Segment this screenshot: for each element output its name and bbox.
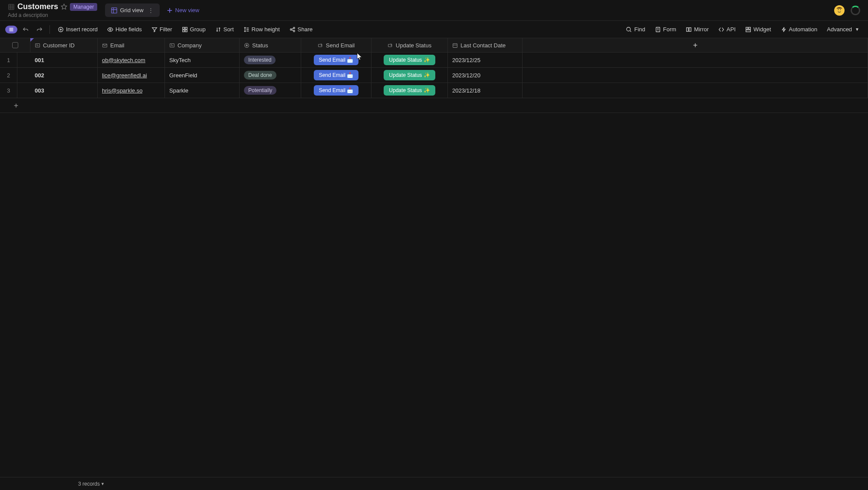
- update-status-button[interactable]: Update Status ✨: [384, 70, 435, 80]
- cell-last-contact[interactable]: 2023/12/18: [448, 83, 523, 98]
- svg-rect-1: [112, 7, 117, 13]
- svg-point-3: [838, 9, 839, 10]
- send-email-button[interactable]: Send Email 📩: [314, 70, 359, 80]
- plus-icon: [167, 7, 173, 13]
- star-icon[interactable]: [61, 3, 67, 10]
- cell-last-contact[interactable]: 2023/12/25: [448, 53, 523, 67]
- row-height-button[interactable]: Row height: [240, 24, 283, 35]
- text-field-icon: [35, 43, 40, 48]
- record-count[interactable]: 3 records: [78, 481, 100, 487]
- column-header-email[interactable]: Email: [98, 38, 165, 52]
- sort-button[interactable]: Sort: [212, 24, 237, 35]
- share-button[interactable]: Share: [286, 24, 316, 35]
- svg-marker-0: [61, 4, 67, 9]
- cell-empty: [523, 68, 868, 83]
- svg-rect-19: [749, 27, 750, 29]
- svg-rect-26: [318, 44, 322, 47]
- toolbar: Insert record Hide fields Filter Group S…: [0, 21, 868, 38]
- sync-icon: [851, 6, 860, 15]
- sidebar-toggle[interactable]: [5, 26, 17, 33]
- filter-button[interactable]: Filter: [148, 24, 176, 35]
- svg-rect-27: [388, 44, 391, 47]
- svg-rect-10: [185, 30, 187, 31]
- cell-customer-id[interactable]: 002: [30, 68, 98, 83]
- view-tab-label: Grid view: [120, 7, 143, 13]
- svg-rect-7: [182, 27, 184, 29]
- svg-point-14: [627, 27, 631, 31]
- cell-send-email: Send Email 📩: [301, 83, 372, 98]
- mirror-button[interactable]: Mirror: [682, 24, 712, 35]
- app-header: Customers Manager Add a description Grid…: [0, 0, 868, 21]
- svg-point-13: [293, 30, 295, 32]
- svg-point-12: [293, 27, 295, 29]
- cell-company[interactable]: Sparkle: [165, 83, 240, 98]
- avatar[interactable]: [834, 5, 845, 16]
- cell-update-status: Update Status ✨: [372, 83, 448, 98]
- email-field-icon: [102, 43, 108, 48]
- insert-record-button[interactable]: Insert record: [54, 24, 101, 35]
- cell-customer-id[interactable]: 003: [30, 83, 98, 98]
- cell-empty: [523, 53, 868, 67]
- table-row[interactable]: 2002lice@greenfiedl.aiGreenFieldDeal don…: [0, 68, 868, 83]
- svg-rect-15: [656, 27, 660, 32]
- svg-point-4: [840, 9, 841, 10]
- cell-email[interactable]: lice@greenfiedl.ai: [98, 68, 165, 83]
- cell-email[interactable]: hris@sparkle.so: [98, 83, 165, 98]
- description-input[interactable]: Add a description: [8, 12, 97, 18]
- column-header-company[interactable]: Company: [165, 38, 240, 52]
- column-header-last-contact[interactable]: Last Contact Date: [448, 38, 523, 52]
- cell-status[interactable]: Interested: [240, 53, 301, 67]
- advanced-button[interactable]: Advanced▼: [823, 24, 863, 35]
- new-view-label: New view: [175, 7, 200, 13]
- svg-rect-23: [170, 43, 174, 47]
- send-email-button[interactable]: Send Email 📩: [314, 55, 359, 65]
- column-header-status[interactable]: Status: [240, 38, 301, 52]
- update-status-button[interactable]: Update Status ✨: [384, 85, 435, 96]
- redo-button[interactable]: [34, 24, 45, 35]
- grid-view-icon: [111, 7, 117, 13]
- cell-send-email: Send Email 📩: [301, 68, 372, 83]
- cell-status[interactable]: Potentially: [240, 83, 301, 98]
- kebab-icon[interactable]: ⋮: [148, 7, 154, 13]
- svg-rect-18: [746, 27, 748, 29]
- cell-customer-id[interactable]: 001: [30, 53, 98, 67]
- widget-button[interactable]: Widget: [742, 24, 774, 35]
- cell-status[interactable]: Deal done: [240, 68, 301, 83]
- view-tab-grid[interactable]: Grid view ⋮: [105, 3, 159, 17]
- column-header-send-email[interactable]: Send Email: [301, 38, 372, 52]
- svg-rect-17: [689, 27, 691, 31]
- new-view-button[interactable]: New view: [161, 3, 205, 17]
- svg-rect-20: [746, 30, 751, 31]
- cell-company[interactable]: SkyTech: [165, 53, 240, 67]
- cell-company[interactable]: GreenField: [165, 68, 240, 83]
- row-number: 1: [0, 53, 17, 67]
- cell-update-status: Update Status ✨: [372, 68, 448, 83]
- cell-last-contact[interactable]: 2023/12/20: [448, 68, 523, 83]
- automation-button[interactable]: Automation: [777, 24, 821, 35]
- svg-rect-8: [185, 27, 187, 29]
- table-row[interactable]: 1001ob@skytech.comSkyTechInterestedSend …: [0, 53, 868, 68]
- add-column-button[interactable]: [523, 38, 868, 52]
- form-button[interactable]: Form: [651, 24, 680, 35]
- table-row[interactable]: 3003hris@sparkle.soSparklePotentiallySen…: [0, 83, 868, 98]
- column-header-customer-id[interactable]: Customer ID: [30, 38, 98, 52]
- text-field-icon: [169, 43, 175, 48]
- footer: 3 records▼: [0, 477, 868, 490]
- column-header-update-status[interactable]: Update Status: [372, 38, 448, 52]
- send-email-button[interactable]: Send Email 📩: [314, 85, 359, 96]
- svg-rect-21: [36, 43, 40, 47]
- add-row-button[interactable]: [0, 98, 868, 113]
- svg-point-11: [290, 29, 292, 30]
- select-all-cell[interactable]: [0, 38, 30, 52]
- role-badge: Manager: [70, 3, 97, 11]
- page-title: Customers: [17, 2, 58, 11]
- cell-email[interactable]: ob@skytech.com: [98, 53, 165, 67]
- find-button[interactable]: Find: [622, 24, 648, 35]
- row-number: 2: [0, 68, 17, 83]
- undo-button[interactable]: [20, 24, 31, 35]
- group-button[interactable]: Group: [178, 24, 209, 35]
- api-button[interactable]: API: [715, 24, 739, 35]
- hide-fields-button[interactable]: Hide fields: [104, 24, 145, 35]
- update-status-button[interactable]: Update Status ✨: [384, 55, 435, 65]
- svg-rect-28: [453, 43, 457, 47]
